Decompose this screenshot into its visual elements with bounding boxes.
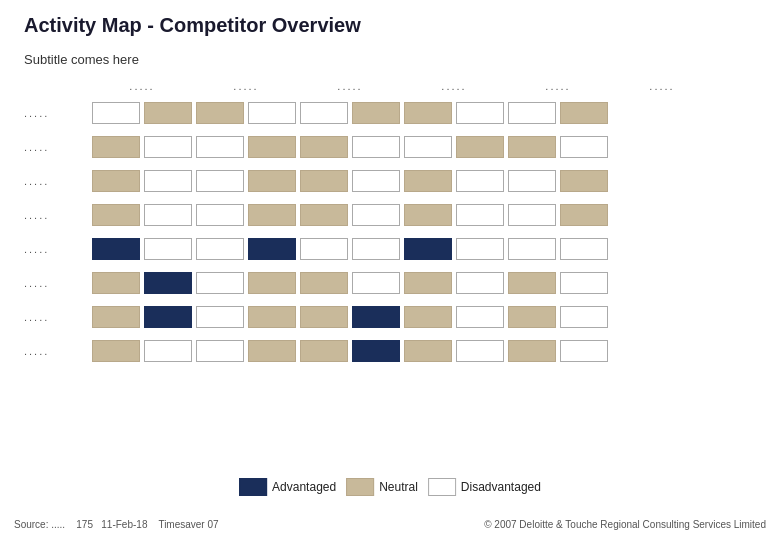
cell-pair-0-1: [196, 102, 296, 124]
cell-3-0-0: [92, 204, 140, 226]
legend: Advantaged Neutral Disadvantaged: [239, 478, 541, 496]
cell-4-2-0: [300, 238, 348, 260]
table-row: .....: [24, 234, 764, 264]
cell-pair-5-1: [196, 272, 296, 294]
copyright: © 2007 Deloitte & Touche Regional Consul…: [484, 519, 766, 530]
cell-0-1-0: [196, 102, 244, 124]
cell-3-1-0: [196, 204, 244, 226]
table-row: .....: [24, 98, 764, 128]
cell-pair-0-4: [508, 102, 608, 124]
row-label-0: .....: [24, 107, 92, 119]
cell-7-3-1: [456, 340, 504, 362]
cell-4-3-0: [404, 238, 452, 260]
legend-label-neutral: Neutral: [379, 480, 418, 494]
cell-2-0-0: [92, 170, 140, 192]
cell-7-2-0: [300, 340, 348, 362]
cell-7-3-0: [404, 340, 452, 362]
cell-2-2-0: [300, 170, 348, 192]
legend-label-advantaged: Advantaged: [272, 480, 336, 494]
cell-pair-4-1: [196, 238, 296, 260]
cell-pair-2-1: [196, 170, 296, 192]
cell-2-4-0: [508, 170, 556, 192]
cell-6-4-0: [508, 306, 556, 328]
cell-pair-3-4: [508, 204, 608, 226]
cell-pair-0-3: [404, 102, 504, 124]
row-label-2: .....: [24, 175, 92, 187]
cell-3-4-0: [508, 204, 556, 226]
cell-pair-2-2: [300, 170, 400, 192]
legend-neutral: Neutral: [346, 478, 418, 496]
cell-pair-3-3: [404, 204, 504, 226]
font-label: Timesaver 07: [158, 519, 218, 530]
cell-7-0-1: [144, 340, 192, 362]
row-label-7: .....: [24, 345, 92, 357]
cell-5-0-1: [144, 272, 192, 294]
cell-pair-2-4: [508, 170, 608, 192]
table-row: .....: [24, 336, 764, 366]
cell-5-1-0: [196, 272, 244, 294]
cell-3-0-1: [144, 204, 192, 226]
cell-0-0-0: [92, 102, 140, 124]
cell-3-3-0: [404, 204, 452, 226]
cell-7-2-1: [352, 340, 400, 362]
cell-1-4-1: [560, 136, 608, 158]
table-row: .....: [24, 200, 764, 230]
cell-0-2-1: [352, 102, 400, 124]
subtitle: Subtitle comes here: [24, 52, 139, 67]
row-label-4: .....: [24, 243, 92, 255]
cell-pair-4-3: [404, 238, 504, 260]
cell-1-4-0: [508, 136, 556, 158]
cell-5-3-1: [456, 272, 504, 294]
cell-1-2-0: [300, 136, 348, 158]
col-header-3: .....: [404, 80, 504, 92]
cell-7-1-1: [248, 340, 296, 362]
cell-pair-6-0: [92, 306, 192, 328]
row-label-6: .....: [24, 311, 92, 323]
cell-pair-4-4: [508, 238, 608, 260]
cell-pair-2-0: [92, 170, 192, 192]
cell-5-2-0: [300, 272, 348, 294]
legend-advantaged: Advantaged: [239, 478, 336, 496]
cell-pair-4-0: [92, 238, 192, 260]
cell-2-0-1: [144, 170, 192, 192]
cell-3-3-1: [456, 204, 504, 226]
data-rows: ........................................: [24, 98, 764, 366]
cell-2-1-0: [196, 170, 244, 192]
cell-pair-0-0: [92, 102, 192, 124]
cell-1-0-0: [92, 136, 140, 158]
cell-pair-6-2: [300, 306, 400, 328]
cell-pair-2-3: [404, 170, 504, 192]
cell-4-3-1: [456, 238, 504, 260]
cell-pair-1-3: [404, 136, 504, 158]
cell-pair-7-3: [404, 340, 504, 362]
cell-1-2-1: [352, 136, 400, 158]
cell-6-1-0: [196, 306, 244, 328]
legend-box-advantaged: [239, 478, 267, 496]
cell-pair-1-1: [196, 136, 296, 158]
legend-label-disadvantaged: Disadvantaged: [461, 480, 541, 494]
cell-pair-5-0: [92, 272, 192, 294]
cell-pair-0-2: [300, 102, 400, 124]
cell-pair-6-4: [508, 306, 608, 328]
cell-5-4-1: [560, 272, 608, 294]
col-header-5: .....: [612, 80, 712, 92]
cell-pair-7-2: [300, 340, 400, 362]
cell-2-3-1: [456, 170, 504, 192]
cell-1-3-1: [456, 136, 504, 158]
cell-6-4-1: [560, 306, 608, 328]
cell-7-4-0: [508, 340, 556, 362]
source-label: Source:: [14, 519, 48, 530]
cell-0-4-0: [508, 102, 556, 124]
cell-1-0-1: [144, 136, 192, 158]
cell-pair-7-4: [508, 340, 608, 362]
cell-pair-6-1: [196, 306, 296, 328]
activity-grid: .............................. .........…: [24, 80, 764, 370]
cell-4-0-1: [144, 238, 192, 260]
cell-0-2-0: [300, 102, 348, 124]
row-label-5: .....: [24, 277, 92, 289]
cell-2-3-0: [404, 170, 452, 192]
cell-6-1-1: [248, 306, 296, 328]
cell-3-2-1: [352, 204, 400, 226]
cell-0-3-1: [456, 102, 504, 124]
cell-pair-7-0: [92, 340, 192, 362]
